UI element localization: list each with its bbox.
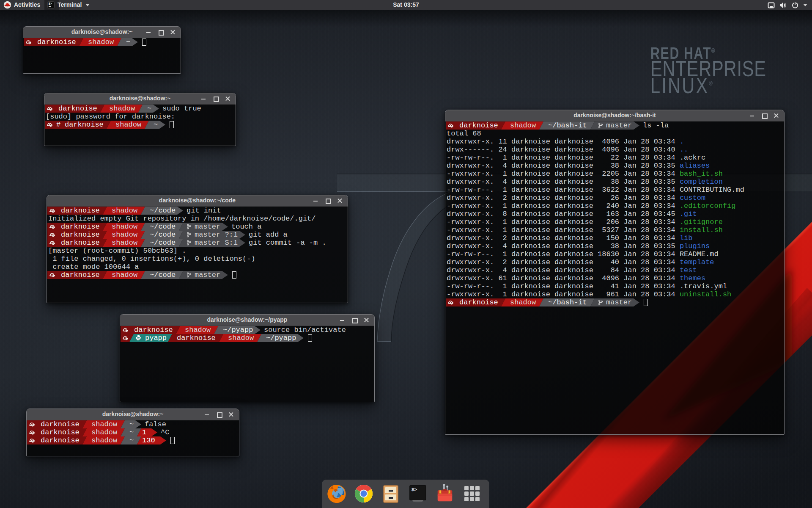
svg-text:$>: $> bbox=[411, 487, 417, 492]
